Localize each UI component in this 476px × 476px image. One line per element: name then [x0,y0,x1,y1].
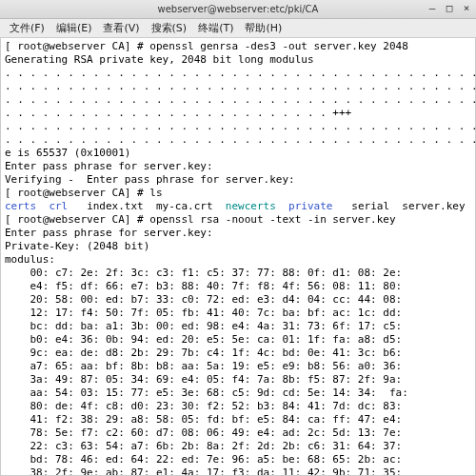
menu-file[interactable]: 文件(F) [4,19,50,37]
modulus-line: aa: 54: 03: 15: 77: e5: 3e: 68: c5: 9d: … [5,387,408,399]
ls-dir: newcerts [226,200,276,212]
modulus-line: 12: 17: f4: 50: 7f: 05: fb: 41: 40: 7c: … [5,307,402,319]
ls-file: serial [351,200,389,212]
ls-dir: certs [5,200,36,212]
ls-file: my-ca.crt [156,200,213,212]
modulus-line: 00: c7: 2e: 2f: 3c: c3: f1: c5: 37: 77: … [5,267,402,279]
modulus-line: 80: de: 4f: c8: d0: 23: 30: f2: 52: b3: … [5,400,402,412]
line: [ root@webserver CA] # openssl genrsa -d… [5,40,408,52]
modulus-line: a7: 65: aa: bf: 8b: b8: aa: 5a: 19: e5: … [5,360,402,372]
menu-terminal[interactable]: 终端(T) [192,19,239,37]
ls-file: index.txt [87,200,144,212]
line: [ root@webserver CA] # ls [5,187,163,199]
modulus-line: e4: f5: df: 66: e7: b3: 88: 40: 7f: f8: … [5,280,402,292]
maximize-icon[interactable]: □ [444,2,455,14]
ls-dir: private [288,200,332,212]
line: . . . . . . . . . . . . . . . . . . . . … [5,133,476,146]
line: . . . . . . . . . . . . . . . . . . . . … [5,93,476,106]
window-title: webserver@webserver:etc/pki/CA [158,4,319,14]
ls-dir: crl [49,200,68,212]
line: . . . . . . . . . . . . . . . . . . . . … [5,67,476,79]
modulus-line: 78: 5e: f7: c2: 60: d7: 08: 06: 49: e4: … [5,426,402,439]
menu-bar: 文件(F) 编辑(E) 查看(V) 搜索(S) 终端(T) 帮助(H) [0,19,476,38]
modulus-line: 9c: ea: de: d8: 2b: 29: 7b: c4: 1f: 4c: … [5,347,402,359]
modulus-line: 38: 2f: 9e: ab: 87: e1: 4a: 17: f3: da: … [5,466,402,476]
menu-help[interactable]: 帮助(H) [239,19,288,37]
menu-search[interactable]: 搜索(S) [146,19,193,37]
window-titlebar: webserver@webserver:etc/pki/CA – □ × [0,0,476,19]
window-controls: – □ × [426,2,472,14]
modulus-line: bd: 78: 46: ed: 64: 22: ed: 7e: 96: a5: … [5,453,402,466]
close-icon[interactable]: × [461,2,472,14]
modulus-line: 41: f2: 38: 29: a8: 58: 05: fd: bf: e5: … [5,413,402,426]
modulus-line: 20: 58: 00: ed: b7: 33: c0: 72: ed: e3: … [5,293,402,306]
line: Verifying - Enter pass phrase for server… [5,173,295,186]
line: . . . . . . . . . . . . . . . . . . . . … [5,120,476,132]
line: Generating RSA private key, 2048 bit lon… [5,53,314,66]
modulus-line: 22: c3: 63: 54: a7: 6b: 2b: 8a: 2f: 2d: … [5,440,402,452]
line: . . . . . . . . . . . . . . . . . . . . … [5,80,476,92]
line: Enter pass phrase for server.key: [5,227,213,239]
modulus-line: bc: dd: ba: a1: 3b: 00: ed: 98: e4: 4a: … [5,320,402,332]
menu-view[interactable]: 查看(V) [97,19,145,37]
line: . . . . . . . . . . . . . . . . . . . . … [5,107,351,119]
line: Enter pass phrase for server.key: [5,160,213,172]
ls-file: server.key [402,200,465,212]
minimize-icon[interactable]: – [426,2,438,14]
line: e is 65537 (0x10001) [5,147,130,159]
menu-edit[interactable]: 编辑(E) [50,19,98,37]
line: [ root@webserver CA] # openssl rsa -noou… [5,213,396,226]
modulus-line: 3a: 49: 87: 05: 34: 69: e4: 05: f4: 7a: … [5,373,402,386]
terminal-output[interactable]: [ root@webserver CA] # openssl genrsa -d… [0,38,476,476]
line: modulus: [5,253,55,266]
line: Private-Key: (2048 bit) [5,240,149,252]
modulus-line: b0: e4: 36: 0b: 94: ed: 20: e5: 5e: ca: … [5,333,402,346]
